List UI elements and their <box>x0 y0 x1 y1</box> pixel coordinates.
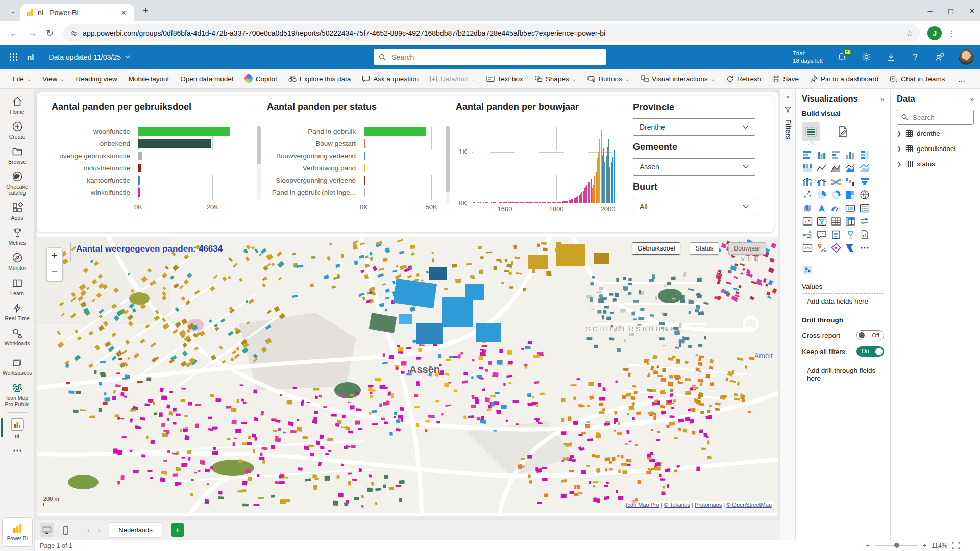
data-search[interactable] <box>897 110 974 125</box>
attribution-link[interactable]: Icon Map Pro <box>626 502 659 508</box>
previous-page-icon[interactable]: ‹ <box>85 526 92 534</box>
slicer-dropdown-gemeente[interactable]: Assen <box>633 158 755 176</box>
histogram-bar[interactable] <box>487 202 488 203</box>
expand-filters-icon[interactable]: « <box>786 93 790 101</box>
help-button[interactable]: ? <box>910 52 921 63</box>
bar-verbouwing-pand[interactable] <box>364 164 365 172</box>
rail-item-icon-map-pro-public[interactable]: Icon Map Pro Public <box>0 379 35 410</box>
map-zoom-out-button[interactable]: − <box>47 264 62 281</box>
viz-icon-smart-narrative[interactable] <box>830 229 842 240</box>
collapse-visualizations-icon[interactable]: » <box>880 95 884 103</box>
bar-woonfunctie[interactable] <box>138 127 230 136</box>
viz-icon-html-content[interactable]: </> <box>802 242 813 254</box>
viz-icon-gauge[interactable] <box>830 203 842 214</box>
toolbar-item-mobile-layout[interactable]: Mobile layout <box>123 69 175 88</box>
chart-scrollbar[interactable] <box>257 126 261 200</box>
viz-icon-area-chart[interactable] <box>830 163 842 174</box>
download-button[interactable] <box>885 52 896 63</box>
user-avatar[interactable] <box>959 49 974 65</box>
global-search[interactable] <box>374 49 606 65</box>
browser-menu-icon[interactable]: ⋮ <box>948 29 957 38</box>
viz-icon-clustered-bar-chart[interactable] <box>830 149 842 161</box>
minimize-button[interactable]: ─ <box>928 7 933 15</box>
url-field[interactable]: app.powerbi.com/groups/0df86bfa-4d1d-472… <box>63 24 920 42</box>
bar-pand-in-gebruik[interactable] <box>364 127 426 136</box>
rail-item-more[interactable] <box>0 442 35 460</box>
map-button-bouwjaar[interactable]: Bouwjaar <box>728 242 766 255</box>
search-input[interactable] <box>390 53 601 62</box>
toolbar-item-reading-view[interactable]: Reading view <box>70 69 123 88</box>
mobile-layout-button[interactable] <box>58 523 72 537</box>
rail-item-monitor[interactable]: Monitor <box>0 249 35 274</box>
drill-through-field-well[interactable]: Add drill-through fields here <box>802 363 884 386</box>
histogram-bar[interactable] <box>480 202 481 203</box>
viz-icon-decomposition-tree[interactable] <box>802 229 813 240</box>
toolbar-item-file[interactable]: File⌄ <box>7 69 37 88</box>
viz-icon-qa-visual[interactable]: ? <box>816 229 827 240</box>
toolbar-item-explore-this-data[interactable]: Explore this data <box>283 69 357 88</box>
toolbar-item-text-box[interactable]: Text box <box>481 69 529 88</box>
viz-icon-azure-map[interactable] <box>816 203 827 214</box>
data-table-drenthe[interactable]: ❯drenthe <box>897 126 974 140</box>
viz-icon-scatter-chart[interactable] <box>802 189 813 201</box>
zoom-in-icon[interactable]: + <box>923 542 926 549</box>
rail-item-learn[interactable]: Learn <box>0 274 35 299</box>
viz-icon-funnel-chart[interactable] <box>859 176 870 187</box>
rail-item-nl[interactable]: nl <box>0 415 35 442</box>
viz-icon-treemap[interactable] <box>845 189 856 201</box>
attribution-link[interactable]: © Tekantis <box>664 502 690 508</box>
rail-item-apps[interactable]: Apps <box>0 199 35 224</box>
viz-icon-kpi[interactable] <box>802 216 813 227</box>
settings-button[interactable] <box>861 52 872 63</box>
scrollbar-thumb[interactable] <box>446 126 450 192</box>
chevron-right-icon[interactable]: ❯ <box>897 130 902 137</box>
browser-profile-avatar[interactable]: J <box>927 26 942 40</box>
format-visual-tab[interactable] <box>834 122 852 141</box>
viz-icon-more-visuals[interactable] <box>859 242 870 254</box>
map-button-status[interactable]: Status <box>690 242 719 255</box>
map-visual[interactable]: Aantal weergegeven panden: 46634 + − Geb… <box>37 237 778 513</box>
viz-icon-combo-chart[interactable] <box>816 176 827 187</box>
chevron-right-icon[interactable]: ❯ <box>897 145 902 152</box>
bar-overige-gebruiksfunctie[interactable] <box>138 152 142 160</box>
rail-item-create[interactable]: Create <box>0 118 35 143</box>
reload-icon[interactable]: ↻ <box>46 28 54 39</box>
bar-pand-in-gebruik-niet-inge[interactable] <box>364 188 365 197</box>
site-settings-icon[interactable] <box>70 30 78 37</box>
viz-icon-icon-map-pro[interactable] <box>816 242 827 254</box>
toolbar-item-pin-to-a-dashboard[interactable]: Pin to a dashboard <box>804 69 884 88</box>
rail-item-real-time[interactable]: Real-Time <box>0 299 35 324</box>
viz-icon-matrix[interactable] <box>845 216 856 227</box>
histogram-bar[interactable] <box>495 202 496 203</box>
bar-onbekend[interactable] <box>138 139 211 148</box>
toolbar-item-ask-a-question[interactable]: Ask a question <box>356 69 424 88</box>
viz-icon-power-apps[interactable] <box>830 242 842 254</box>
rail-item-home[interactable]: Home <box>0 93 35 118</box>
fit-to-page-icon[interactable] <box>952 542 960 549</box>
slicer-dropdown-buurt[interactable]: All <box>633 198 755 215</box>
viz-icon-100-stacked-bar-chart[interactable] <box>859 149 870 161</box>
tab-close-icon[interactable]: ✕ <box>118 9 129 17</box>
chevron-right-icon[interactable]: ❯ <box>897 161 902 167</box>
forward-icon[interactable]: → <box>28 28 37 39</box>
viz-icon-power-automate[interactable] <box>845 242 856 254</box>
toolbar-item-visual-interactions[interactable]: Visual interactions⌄ <box>635 69 721 88</box>
chart-scrollbar[interactable] <box>446 126 450 203</box>
toolbar-item-data-drill[interactable]: Data/drill⌄ <box>424 69 481 88</box>
next-page-icon[interactable]: › <box>96 526 103 534</box>
viz-icon-table[interactable] <box>830 216 842 227</box>
zoom-slider[interactable] <box>875 545 918 546</box>
values-field-well[interactable]: Add data fields here <box>802 293 884 309</box>
rail-item-workloads[interactable]: Workloads <box>0 324 35 349</box>
viz-icon-stacked-area-chart[interactable] <box>845 163 856 174</box>
cross-report-toggle[interactable]: Off <box>856 330 884 340</box>
bookmark-star-icon[interactable]: ☆ <box>906 29 913 38</box>
waffle-menu-icon[interactable] <box>9 53 18 61</box>
bar-winkelfunctie[interactable] <box>138 188 140 197</box>
viz-icon-ribbon-chart[interactable] <box>830 176 842 187</box>
toolbar-item-refresh[interactable]: Refresh <box>721 69 767 88</box>
viz-icon-stacked-bar-chart[interactable] <box>802 149 813 161</box>
viz-icon-field-parameters[interactable] <box>859 216 870 227</box>
bar-industriefunctie[interactable] <box>138 164 141 172</box>
toolbar-item-copilot[interactable]: Copilot <box>239 69 283 88</box>
